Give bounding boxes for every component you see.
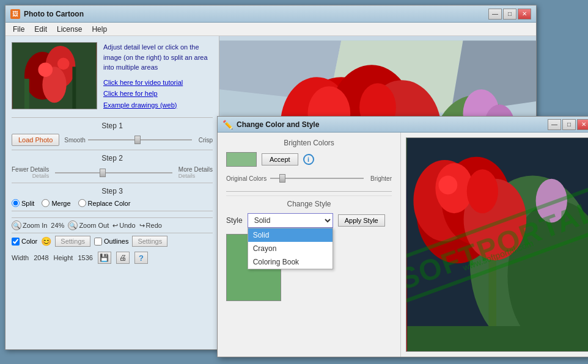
height-value: 1536	[78, 254, 92, 261]
menu-help[interactable]: Help	[87, 24, 112, 35]
main-window-controls: — □ ✕	[488, 9, 531, 20]
step1-slider-line	[88, 139, 192, 140]
step2-row: Fewer Details Details More Details Detai…	[12, 166, 213, 179]
brighten-colors-title: Brighten Colors	[226, 139, 392, 147]
brightness-row: Original Colors Brighter	[226, 173, 392, 184]
dropdown-item-coloring-book[interactable]: Coloring Book	[248, 255, 333, 269]
menu-license[interactable]: License	[52, 24, 87, 35]
style-label: Style	[226, 216, 243, 225]
zoom-out-icon: 🔍	[68, 220, 78, 230]
merge-radio[interactable]	[42, 199, 50, 207]
width-value: 2048	[34, 254, 48, 261]
color-settings-icon[interactable]: 😊	[41, 236, 51, 246]
info-icon[interactable]: i	[303, 154, 314, 165]
zoom-bar: 🔍 Zoom In 24% 🔍 Zoom Out ↩ Undo ↪ Redo	[12, 217, 213, 233]
step2-slider[interactable]	[55, 167, 172, 178]
brightness-slider-thumb[interactable]	[279, 174, 285, 183]
style-select[interactable]: Solid Crayon Coloring Book	[248, 213, 333, 228]
redo-icon: ↪	[139, 222, 145, 230]
dropdown-item-crayon[interactable]: Crayon	[248, 242, 333, 255]
outlines-settings-button[interactable]: Settings	[132, 236, 167, 247]
brightness-slider-line	[270, 178, 364, 179]
outlines-checkbox[interactable]	[94, 238, 102, 246]
svg-rect-7	[72, 67, 76, 109]
secondary-left: Brighten Colors Accept i Original Colors…	[218, 133, 401, 357]
brightness-slider[interactable]	[270, 173, 364, 184]
undo-label: Undo	[119, 222, 135, 229]
left-panel: Adjust detail level or click on the imag…	[6, 36, 219, 349]
step1-slider[interactable]	[88, 134, 192, 145]
step3-label: Step 3	[12, 187, 213, 195]
zoom-in-button[interactable]: 🔍 Zoom In	[12, 220, 47, 230]
step1-label: Step 1	[12, 122, 213, 130]
zoom-in-label: Zoom In	[23, 222, 47, 229]
replace-color-radio[interactable]	[78, 199, 86, 207]
color-settings-button[interactable]: Settings	[55, 236, 90, 247]
main-minimize-button[interactable]: —	[488, 9, 502, 20]
svg-point-39	[438, 176, 457, 195]
color-swatch[interactable]	[226, 152, 257, 167]
outlines-label: Outlines	[104, 238, 128, 245]
zoom-percent: 24%	[51, 222, 64, 229]
undo-button[interactable]: ↩ Undo	[112, 222, 135, 230]
menu-edit[interactable]: Edit	[29, 24, 52, 35]
print-button[interactable]: 🖨	[116, 252, 130, 264]
width-label: Width	[12, 254, 29, 261]
options-bar: Color 😊 Settings Outlines Settings	[12, 233, 213, 249]
app-icon: 🖼	[10, 9, 20, 19]
instructions: Adjust detail level or click on the imag…	[103, 42, 213, 111]
redo-label: Redo	[146, 222, 162, 229]
load-photo-button[interactable]: Load Photo	[12, 134, 59, 146]
color-option-label: Color	[21, 238, 37, 245]
fewer-details-label: Fewer Details	[12, 166, 49, 173]
step1-slider-thumb[interactable]	[134, 136, 141, 144]
split-radio-label[interactable]: Split	[12, 199, 34, 207]
secondary-minimize-button[interactable]: —	[548, 119, 561, 130]
size-bar: Width 2048 Height 1536 💾 🖨 ?	[12, 249, 213, 266]
main-close-button[interactable]: ✕	[518, 9, 531, 20]
original-colors-label: Original Colors	[226, 175, 266, 182]
outlines-check-label[interactable]: Outlines	[94, 238, 128, 246]
secondary-window-controls: — □ ✕	[548, 119, 588, 130]
video-tutorial-link[interactable]: Click here for video tutorial	[103, 78, 213, 88]
svg-point-40	[536, 179, 567, 223]
split-radio[interactable]	[12, 199, 20, 207]
secondary-maximize-button[interactable]: □	[562, 119, 576, 130]
step3-row: Split Merge Replace Color	[12, 199, 213, 207]
menu-file[interactable]: File	[8, 24, 29, 35]
zoom-out-button[interactable]: 🔍 Zoom Out	[68, 220, 109, 230]
more-details-label: More Details	[178, 166, 213, 173]
replace-color-radio-label[interactable]: Replace Color	[78, 199, 131, 207]
svg-point-4	[38, 62, 53, 77]
secondary-photo[interactable]: SOFTPORTAL www.softportal.com	[406, 137, 588, 352]
undo-icon: ↩	[112, 222, 118, 230]
merge-label: Merge	[51, 200, 70, 207]
menu-bar: File Edit License Help	[6, 23, 536, 36]
step2-slider-thumb[interactable]	[100, 169, 106, 177]
smooth-label: Smooth	[64, 137, 85, 144]
preview-image[interactable]	[12, 42, 97, 109]
main-window-title: Photo to Cartoon	[24, 10, 488, 18]
merge-radio-label[interactable]: Merge	[42, 199, 70, 207]
help-link[interactable]: Click here for help	[103, 89, 213, 99]
secondary-window: ✏️ Change Color and Style — □ ✕ Brighten…	[217, 116, 588, 357]
examples-link[interactable]: Example drawings (web)	[103, 100, 213, 111]
step2-label: Step 2	[12, 154, 213, 162]
save-button[interactable]: 💾	[98, 252, 111, 264]
help-icon-button[interactable]: ?	[134, 252, 148, 264]
secondary-title-bar: ✏️ Change Color and Style — □ ✕	[218, 117, 588, 133]
main-maximize-button[interactable]: □	[503, 9, 516, 20]
color-checkbox[interactable]	[12, 238, 20, 246]
secondary-close-button[interactable]: ✕	[577, 119, 588, 130]
style-row: Style Solid Crayon Coloring Book Solid C…	[226, 213, 392, 228]
crisp-label: Crisp	[194, 137, 213, 144]
dropdown-item-solid[interactable]: Solid	[248, 228, 333, 242]
redo-button[interactable]: ↪ Redo	[139, 222, 162, 230]
step1-row: Load Photo Smooth Crisp	[12, 134, 213, 146]
pencil-icon: ✏️	[222, 120, 233, 129]
apply-style-button[interactable]: Apply Style	[338, 214, 385, 227]
accept-button[interactable]: Accept	[262, 153, 298, 166]
svg-rect-6	[24, 79, 29, 109]
color-check-label[interactable]: Color	[12, 238, 37, 246]
color-row: Accept i	[226, 152, 392, 167]
